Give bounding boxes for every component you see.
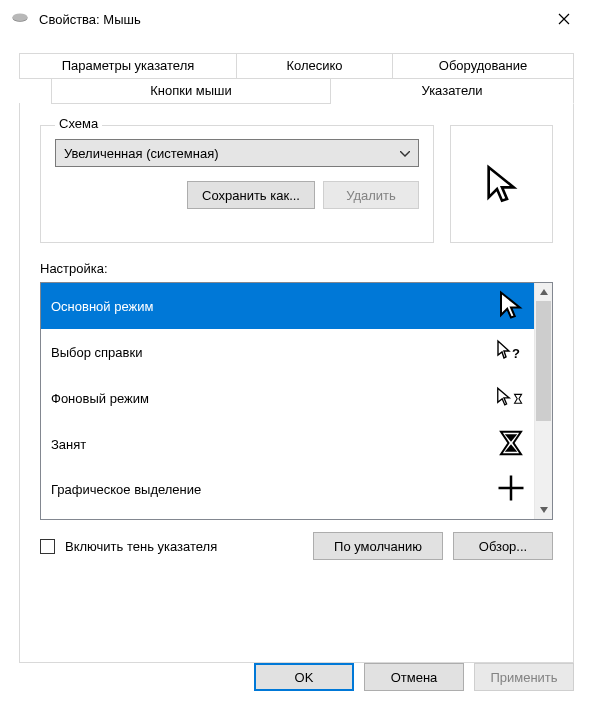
tab-wheel[interactable]: Колесико xyxy=(237,53,393,79)
apply-button: Применить xyxy=(474,663,574,691)
cursor-help-icon: ? xyxy=(496,336,526,369)
list-item[interactable]: Основной режим xyxy=(41,283,534,329)
cursor-preview xyxy=(450,125,553,243)
mouse-icon xyxy=(11,12,29,26)
svg-text:?: ? xyxy=(512,346,520,361)
close-button[interactable] xyxy=(542,4,586,34)
mouse-properties-window: Свойства: Мышь Параметры указателя Колес… xyxy=(0,0,593,704)
tab-pointers[interactable]: Указатели xyxy=(331,78,574,104)
list-item[interactable]: Графическое выделение xyxy=(41,467,534,511)
scheme-group: Схема Увеличенная (системная) Сохранить … xyxy=(40,125,434,243)
list-item[interactable]: Занят xyxy=(41,421,534,467)
customize-label: Настройка: xyxy=(40,261,553,276)
cancel-button[interactable]: Отмена xyxy=(364,663,464,691)
tab-panel-pointers: Схема Увеличенная (системная) Сохранить … xyxy=(19,103,574,663)
scheme-selected-value: Увеличенная (системная) xyxy=(64,146,219,161)
ok-button[interactable]: OK xyxy=(254,663,354,691)
window-title: Свойства: Мышь xyxy=(39,12,542,27)
scroll-up-button[interactable] xyxy=(535,283,552,301)
cursor-cross-icon xyxy=(496,473,526,506)
pointer-listbox[interactable]: Основной режим Выбор справки ? Фоновый р… xyxy=(40,282,553,520)
save-as-button[interactable]: Сохранить как... xyxy=(187,181,315,209)
browse-button[interactable]: Обзор... xyxy=(453,532,553,560)
scroll-thumb[interactable] xyxy=(536,301,551,421)
list-item[interactable]: Выбор справки ? xyxy=(41,329,534,375)
scheme-legend: Схема xyxy=(55,116,102,131)
scheme-dropdown[interactable]: Увеличенная (системная) xyxy=(55,139,419,167)
use-default-button[interactable]: По умолчанию xyxy=(313,532,443,560)
pointer-shadow-label: Включить тень указателя xyxy=(65,539,217,554)
titlebar: Свойства: Мышь xyxy=(1,1,592,37)
tab-hardware[interactable]: Оборудование xyxy=(393,53,574,79)
tab-pointer-options[interactable]: Параметры указателя xyxy=(19,53,237,79)
pointer-list-items: Основной режим Выбор справки ? Фоновый р… xyxy=(41,283,534,519)
pointer-shadow-checkbox[interactable] xyxy=(40,539,55,554)
client-area: Параметры указателя Колесико Оборудовани… xyxy=(1,37,592,663)
cursor-working-icon xyxy=(496,382,526,415)
cursor-busy-icon xyxy=(496,428,526,461)
tab-buttons[interactable]: Кнопки мыши xyxy=(51,78,331,104)
chevron-down-icon xyxy=(400,147,410,159)
scroll-down-button[interactable] xyxy=(535,501,552,519)
tab-strip: Параметры указателя Колесико Оборудовани… xyxy=(19,53,574,104)
cursor-arrow-icon xyxy=(496,290,526,323)
delete-button: Удалить xyxy=(323,181,419,209)
list-item[interactable]: Фоновый режим xyxy=(41,375,534,421)
dialog-footer: OK Отмена Применить xyxy=(254,663,574,691)
listbox-scrollbar[interactable] xyxy=(534,283,552,519)
svg-point-1 xyxy=(13,14,28,22)
